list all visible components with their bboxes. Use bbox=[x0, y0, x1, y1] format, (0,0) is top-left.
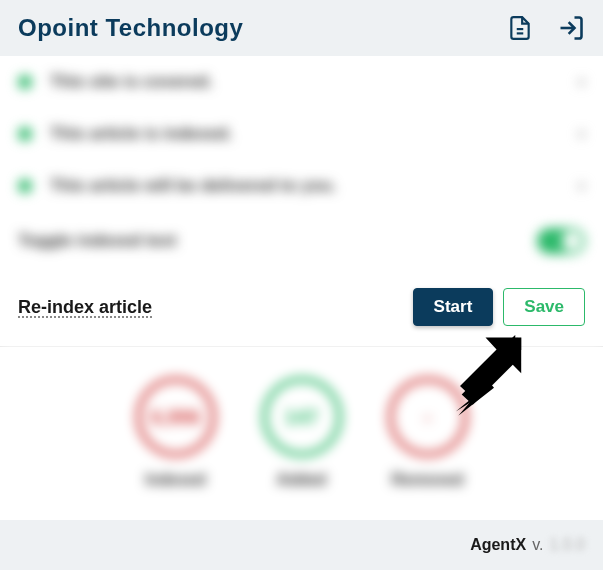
reindex-label[interactable]: Re-index article bbox=[18, 297, 152, 318]
status-row: This article will be delivered to you. ▾ bbox=[0, 160, 603, 212]
chevron-down-icon[interactable]: ▾ bbox=[578, 74, 585, 90]
status-dot-icon bbox=[18, 127, 32, 141]
status-text: This article will be delivered to you. bbox=[50, 176, 560, 196]
status-row: This site is covered. ▾ bbox=[0, 56, 603, 108]
toggle-row: Toggle indexed text bbox=[0, 212, 603, 270]
start-button[interactable]: Start bbox=[413, 288, 494, 326]
button-group: Start Save bbox=[413, 288, 585, 326]
status-row: This article is indexed. ▾ bbox=[0, 108, 603, 160]
blurred-status-section: This site is covered. ▾ This article is … bbox=[0, 56, 603, 270]
content: This site is covered. ▾ This article is … bbox=[0, 56, 603, 529]
stat-label: Indexed bbox=[145, 471, 205, 489]
stat-added: 147 Added bbox=[262, 377, 342, 489]
header: Opoint Technology bbox=[0, 0, 603, 56]
status-text: This site is covered. bbox=[50, 72, 560, 92]
app-title: Opoint Technology bbox=[18, 14, 243, 42]
footer-version: 1.0.0 bbox=[549, 536, 585, 554]
status-dot-icon bbox=[18, 75, 32, 89]
footer-v: v. bbox=[532, 536, 543, 554]
stat-removed: - Removed bbox=[388, 377, 468, 489]
header-icons bbox=[507, 14, 585, 42]
stat-circle: - bbox=[388, 377, 468, 457]
chevron-down-icon[interactable]: ▾ bbox=[578, 126, 585, 142]
document-icon[interactable] bbox=[507, 15, 533, 41]
stat-label: Added bbox=[277, 471, 327, 489]
stat-label: Removed bbox=[391, 471, 463, 489]
save-button[interactable]: Save bbox=[503, 288, 585, 326]
status-text: This article is indexed. bbox=[50, 124, 560, 144]
chevron-down-icon[interactable]: ▾ bbox=[578, 178, 585, 194]
login-icon[interactable] bbox=[557, 14, 585, 42]
footer-app-name: AgentX bbox=[470, 536, 526, 554]
reindex-row: Re-index article Start Save bbox=[0, 270, 603, 347]
footer: AgentX v. 1.0.0 bbox=[0, 520, 603, 570]
status-dot-icon bbox=[18, 179, 32, 193]
stat-indexed: 6,996 Indexed bbox=[136, 377, 216, 489]
stats-row: 6,996 Indexed 147 Added - Removed bbox=[0, 347, 603, 529]
stat-circle: 6,996 bbox=[136, 377, 216, 457]
stat-circle: 147 bbox=[262, 377, 342, 457]
toggle-switch[interactable] bbox=[537, 228, 585, 254]
toggle-label: Toggle indexed text bbox=[18, 231, 176, 251]
